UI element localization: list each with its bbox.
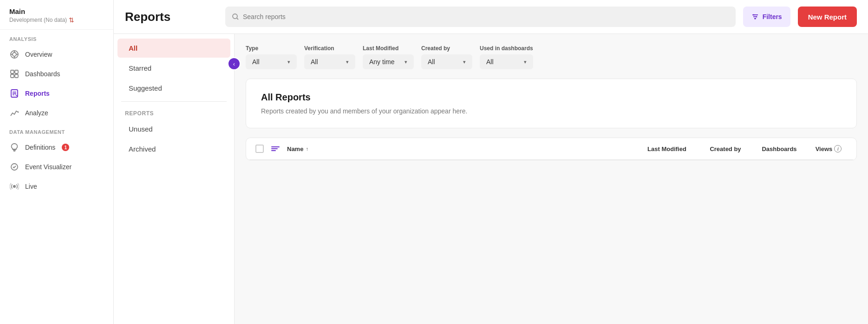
filter-last-modified-value: Any time — [369, 58, 394, 66]
svg-point-14 — [18, 112, 19, 113]
app-environment: Development (No data) ⇅ — [9, 16, 104, 24]
svg-point-26 — [754, 18, 756, 20]
filter-used-in-dashboards-value: All — [486, 58, 494, 66]
filters-icon — [751, 13, 759, 20]
collapse-button[interactable]: ‹ — [228, 57, 241, 70]
filter-verification-label: Verification — [304, 45, 355, 52]
col-last-modified[interactable]: Last Modified — [639, 145, 695, 152]
sidebar-item-label-analyze: Analyze — [25, 109, 48, 117]
all-reports-card: All Reports Reports created by you and m… — [246, 79, 857, 128]
sidebar-item-label-event-visualizer: Event Visualizer — [25, 163, 72, 171]
col-created-by[interactable]: Created by — [702, 145, 749, 152]
filter-last-modified: Last Modified Any time ▾ — [363, 45, 414, 69]
topbar: Reports Filters — [114, 0, 868, 34]
sidebar-header: Main Development (No data) ⇅ — [0, 0, 113, 30]
reports-icon — [9, 88, 20, 99]
col-dashboards[interactable]: Dashboards — [756, 145, 803, 152]
svg-point-25 — [756, 16, 757, 18]
svg-line-20 — [237, 18, 239, 20]
reports-section-label: Reports — [114, 106, 234, 119]
table-header-row: Name ↑ Last Modified Created by Dashboar… — [246, 138, 856, 160]
sidebar-item-dashboards[interactable]: Dashboards — [0, 64, 113, 84]
filter-created-by-chevron-icon: ▾ — [463, 59, 466, 65]
col-name[interactable]: Name ↑ — [287, 145, 308, 152]
definitions-badge: 1 — [62, 144, 69, 151]
svg-rect-6 — [11, 70, 14, 73]
name-sort-arrow-icon: ↑ — [306, 146, 308, 152]
filters-button[interactable]: Filters — [743, 7, 790, 27]
sidebar-item-label-dashboards: Dashboards — [25, 70, 60, 78]
filter-type-value: All — [252, 58, 260, 66]
filter-created-by-value: All — [428, 58, 435, 66]
svg-point-1 — [13, 53, 16, 56]
filter-last-modified-select[interactable]: Any time ▾ — [363, 54, 414, 69]
sidebar-item-overview[interactable]: Overview — [0, 45, 113, 64]
definitions-icon — [9, 142, 20, 152]
overview-icon — [9, 49, 20, 60]
filter-type-label: Type — [246, 45, 297, 52]
event-visualizer-icon — [9, 162, 20, 172]
right-panel: Type All ▾ Verification All ▾ Last — [235, 34, 868, 324]
filters-label: Filters — [763, 13, 782, 20]
filter-used-in-dashboards: Used in dashboards All ▾ — [480, 45, 533, 69]
reports-table: Name ↑ Last Modified Created by Dashboar… — [246, 138, 857, 160]
col-views[interactable]: Views i — [810, 145, 847, 152]
sidebar-item-event-visualizer[interactable]: Event Visualizer — [0, 157, 113, 177]
filter-verification-chevron-icon: ▾ — [346, 59, 349, 65]
filter-last-modified-chevron-icon: ▾ — [405, 59, 407, 65]
left-nav-item-unused[interactable]: Unused — [117, 119, 230, 139]
filter-created-by-select[interactable]: All ▾ — [421, 54, 472, 69]
sidebar: Main Development (No data) ⇅ Analysis Ov… — [0, 0, 114, 324]
main-area: Reports Filters — [114, 0, 868, 324]
sidebar-item-label-definitions: Definitions — [25, 144, 55, 151]
live-icon — [9, 181, 20, 192]
sidebar-item-label-reports: Reports — [25, 90, 50, 97]
sidebar-item-label-live: Live — [25, 183, 37, 190]
all-reports-description: Reports created by you and members of yo… — [261, 107, 842, 115]
svg-rect-9 — [15, 74, 18, 78]
filter-last-modified-label: Last Modified — [363, 45, 414, 52]
filter-verification: Verification All ▾ — [304, 45, 355, 69]
analyze-icon — [9, 108, 20, 118]
filter-created-by: Created by All ▾ — [421, 45, 472, 69]
left-nav-item-suggested[interactable]: Suggested — [117, 79, 230, 98]
filter-bar: Type All ▾ Verification All ▾ Last — [246, 45, 857, 69]
filter-type-chevron-icon: ▾ — [287, 59, 290, 65]
left-nav-divider — [121, 101, 227, 102]
filter-used-in-dashboards-label: Used in dashboards — [480, 45, 533, 52]
svg-point-24 — [753, 14, 754, 16]
left-nav-item-archived[interactable]: Archived — [117, 139, 230, 159]
sidebar-item-definitions[interactable]: Definitions 1 — [0, 138, 113, 157]
dashboards-icon — [9, 69, 20, 79]
app-name: Main — [9, 7, 104, 15]
sidebar-item-live[interactable]: Live — [0, 177, 113, 196]
select-all-checkbox[interactable] — [255, 145, 264, 153]
search-input[interactable] — [243, 13, 729, 20]
filter-used-in-dashboards-chevron-icon: ▾ — [524, 59, 527, 65]
content-area: ‹ All Starred Suggested Reports Unused A… — [114, 34, 868, 324]
left-nav-item-all[interactable]: All — [117, 39, 230, 58]
filter-verification-value: All — [311, 58, 318, 66]
data-management-section-label: Data Management — [0, 123, 113, 138]
svg-rect-7 — [15, 70, 18, 73]
left-nav-item-starred[interactable]: Starred — [117, 59, 230, 78]
svg-point-18 — [13, 185, 16, 188]
filter-used-in-dashboards-select[interactable]: All ▾ — [480, 54, 533, 69]
all-reports-title: All Reports — [261, 92, 842, 103]
analysis-section-label: Analysis — [0, 30, 113, 45]
filter-type-select[interactable]: All ▾ — [246, 54, 297, 69]
filter-created-by-label: Created by — [421, 45, 472, 52]
svg-rect-8 — [11, 74, 14, 78]
search-icon — [232, 13, 239, 20]
filter-verification-select[interactable]: All ▾ — [304, 54, 355, 69]
search-bar[interactable] — [225, 7, 736, 27]
views-info-icon[interactable]: i — [834, 145, 842, 152]
sidebar-item-analyze[interactable]: Analyze — [0, 103, 113, 123]
new-report-button[interactable]: New Report — [798, 7, 857, 27]
sidebar-item-reports[interactable]: Reports — [0, 84, 113, 103]
filter-type: Type All ▾ — [246, 45, 297, 69]
page-title: Reports — [125, 10, 218, 24]
left-nav: ‹ All Starred Suggested Reports Unused A… — [114, 34, 235, 324]
environment-arrows-icon[interactable]: ⇅ — [69, 16, 74, 24]
sort-icon[interactable] — [271, 146, 280, 151]
